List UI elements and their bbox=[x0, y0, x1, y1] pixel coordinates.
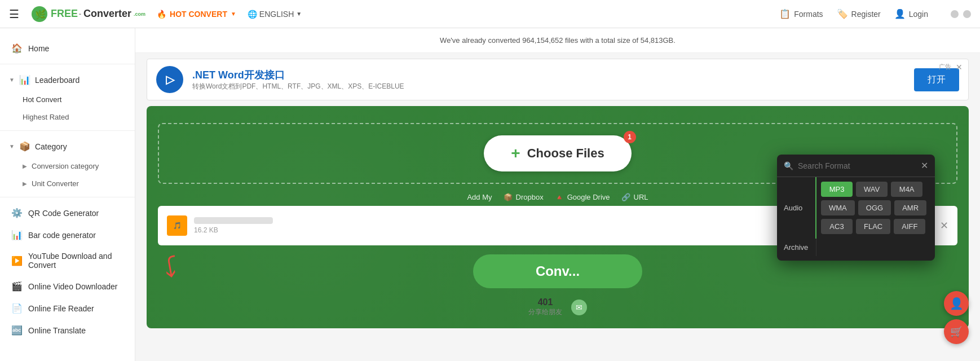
sidebar-item-unit-converter[interactable]: ▶ Unit Converter bbox=[0, 175, 135, 192]
ad-open-button[interactable]: 打开 bbox=[914, 68, 959, 91]
sidebar-item-video-downloader[interactable]: 🎬 Online Video Downloader bbox=[0, 275, 135, 297]
stats-text: We've already converted 964,154,652 file… bbox=[440, 36, 676, 45]
hot-convert-nav[interactable]: 🔥 HOT CONVERT ▼ bbox=[157, 10, 236, 19]
sidebar-item-file-reader[interactable]: 📄 Online File Reader bbox=[0, 297, 135, 319]
sidebar-divider-1 bbox=[0, 64, 135, 64]
logo: 🌿 FREE - Converter .com bbox=[30, 5, 145, 23]
leaderboard-icon: 📊 bbox=[19, 74, 30, 85]
sidebar-section-category[interactable]: ▼ 📦 Category bbox=[0, 135, 135, 157]
formats-icon: 📋 bbox=[779, 8, 791, 19]
collapse-icon-leaderboard: ▼ bbox=[9, 77, 15, 83]
dropbox-label: Dropbox bbox=[516, 193, 544, 201]
login-icon: 👤 bbox=[894, 8, 906, 19]
register-nav-item[interactable]: 🏷️ Register bbox=[837, 8, 881, 19]
file-count-badge: 1 bbox=[624, 131, 636, 143]
home-label: Home bbox=[28, 44, 49, 53]
format-dropdown-close[interactable]: ✕ bbox=[921, 160, 928, 171]
archive-category-label: Archive bbox=[777, 239, 816, 256]
format-btn-wma[interactable]: WMA bbox=[821, 200, 855, 215]
user-avatar-float[interactable]: 👤 bbox=[944, 291, 969, 316]
video-icon: 🎬 bbox=[11, 281, 23, 292]
audio-category-label: Audio bbox=[777, 177, 816, 239]
chevron-right-icon-unit: ▶ bbox=[23, 180, 27, 187]
google-drive-icon: 🔺 bbox=[555, 193, 564, 201]
convert-button[interactable]: Conv... bbox=[473, 254, 642, 288]
svg-text:🌿: 🌿 bbox=[35, 9, 46, 20]
file-name-placeholder bbox=[194, 217, 273, 224]
red-arrow-icon: ⤴ bbox=[161, 248, 180, 282]
dropbox-icon: 📦 bbox=[504, 193, 513, 201]
sidebar-item-youtube[interactable]: ▶️ YouTube Download and Convert bbox=[0, 246, 135, 275]
window-minimize-btn[interactable] bbox=[951, 10, 959, 18]
sidebar-divider-3 bbox=[0, 197, 135, 197]
collapse-icon-category: ▼ bbox=[9, 143, 15, 149]
video-dl-label: Online Video Downloader bbox=[28, 282, 118, 291]
login-label: Login bbox=[909, 10, 928, 19]
category-label: Category bbox=[35, 142, 67, 151]
sidebar-section-leaderboard[interactable]: ▼ 📊 Leaderboard bbox=[0, 69, 135, 91]
url-label: URL bbox=[634, 193, 648, 201]
choose-files-button[interactable]: + Choose Files 1 bbox=[484, 135, 631, 171]
format-btn-m4a[interactable]: M4A bbox=[891, 182, 922, 197]
sidebar-divider-2 bbox=[0, 130, 135, 131]
youtube-label: YouTube Download and Convert bbox=[28, 252, 123, 270]
format-btn-amr[interactable]: AMR bbox=[894, 200, 926, 215]
formats-nav-item[interactable]: 📋 Formats bbox=[779, 8, 823, 19]
login-nav-item[interactable]: 👤 Login bbox=[894, 8, 928, 19]
format-search-input[interactable] bbox=[798, 161, 916, 170]
window-maximize-btn[interactable] bbox=[963, 10, 971, 18]
leaderboard-label: Leaderboard bbox=[35, 76, 80, 85]
file-close-button[interactable]: ✕ bbox=[940, 219, 948, 232]
ad-subtitle: 转换Word文档到PDF、HTML、RTF、JPG、XML、XPS、E-ICEB… bbox=[192, 82, 404, 91]
lang-dropdown-arrow: ▼ bbox=[296, 11, 302, 17]
sidebar-item-qr[interactable]: ⚙️ QR Code Generator bbox=[0, 202, 135, 224]
sidebar-item-home[interactable]: 🏠 Home bbox=[0, 37, 135, 59]
file-type-icon: 🎵 bbox=[167, 215, 187, 236]
ad-close-button[interactable]: ✕ bbox=[956, 63, 963, 72]
nav-right: 📋 Formats 🏷️ Register 👤 Login bbox=[779, 8, 971, 19]
logo-dash: - bbox=[79, 10, 81, 18]
hamburger-icon[interactable]: ☰ bbox=[9, 7, 19, 21]
format-btn-wav[interactable]: WAV bbox=[856, 182, 888, 197]
sidebar-item-highest-rated[interactable]: Highest Rated bbox=[0, 108, 135, 126]
archive-format-buttons bbox=[816, 239, 935, 256]
hot-convert-label: HOT CONVERT bbox=[170, 10, 227, 19]
format-btn-flac[interactable]: FLAC bbox=[856, 219, 890, 234]
link-icon: 🔗 bbox=[621, 193, 630, 201]
sidebar-item-translate[interactable]: 🔤 Online Translate bbox=[0, 319, 135, 341]
bottom-stats: 401 分享给朋友 ✉ bbox=[158, 297, 957, 317]
ad-text: .NET Word开发接口 转换Word文档到PDF、HTML、RTF、JPG、… bbox=[192, 68, 404, 91]
youtube-icon: ▶️ bbox=[11, 256, 23, 266]
ad-logo: ▷ bbox=[156, 66, 183, 93]
highest-rated-label: Highest Rated bbox=[23, 113, 69, 121]
nav-left: ☰ 🌿 FREE - Converter .com 🔥 HOT CONVERT … bbox=[9, 5, 302, 23]
search-icon: 🔍 bbox=[784, 161, 793, 170]
user-float-icon: 👤 bbox=[950, 297, 964, 310]
share-icon[interactable]: ✉ bbox=[571, 300, 587, 315]
language-selector[interactable]: 🌐 ENGLISH ▼ bbox=[248, 10, 302, 19]
logo-icon: 🌿 bbox=[30, 5, 48, 23]
sidebar: 🏠 Home ▼ 📊 Leaderboard Hot Convert Highe… bbox=[0, 28, 135, 361]
format-btn-ac3[interactable]: AC3 bbox=[821, 219, 853, 234]
url-source[interactable]: 🔗 URL bbox=[621, 193, 648, 201]
sidebar-item-conversion-category[interactable]: ▶ Conversion category bbox=[0, 157, 135, 175]
sidebar-item-barcode[interactable]: 📊 Bar code generator bbox=[0, 224, 135, 246]
format-btn-ogg[interactable]: OGG bbox=[858, 200, 891, 215]
ad-label: 广告 bbox=[939, 63, 951, 71]
google-drive-label: Google Drive bbox=[567, 193, 610, 201]
stats-bar: We've already converted 964,154,652 file… bbox=[135, 28, 980, 53]
format-btn-aiff[interactable]: AIFF bbox=[894, 219, 925, 234]
unit-converter-label: Unit Converter bbox=[32, 179, 79, 188]
logo-free: FREE bbox=[51, 8, 78, 20]
format-btn-mp3[interactable]: MP3 bbox=[821, 182, 853, 197]
cart-float[interactable]: 🛒 bbox=[944, 319, 969, 344]
file-info: 16.2 KB bbox=[194, 217, 842, 234]
conversion-category-label: Conversion category bbox=[32, 162, 99, 170]
main-content: We've already converted 964,154,652 file… bbox=[135, 28, 980, 361]
choose-files-label: Choose Files bbox=[527, 146, 604, 161]
dropbox-source[interactable]: 📦 Dropbox bbox=[504, 193, 544, 201]
sidebar-item-hot-convert[interactable]: Hot Convert bbox=[0, 91, 135, 108]
google-drive-source[interactable]: 🔺 Google Drive bbox=[555, 193, 610, 201]
stat-share-label: 分享给朋友 bbox=[528, 307, 562, 317]
formats-label: Formats bbox=[794, 10, 823, 19]
